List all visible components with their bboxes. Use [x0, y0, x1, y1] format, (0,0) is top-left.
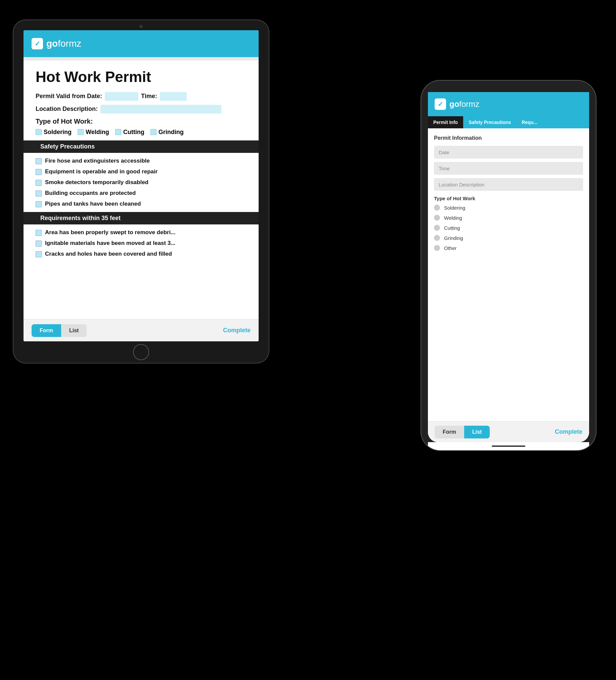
hot-work-welding[interactable]: Welding — [78, 129, 109, 136]
location-input[interactable] — [100, 105, 221, 114]
checkbox-occupants[interactable] — [36, 191, 42, 197]
checkbox-soldering[interactable] — [36, 129, 42, 135]
phone-list-button[interactable]: List — [464, 426, 490, 438]
checkbox-ignitable[interactable] — [36, 240, 42, 247]
phone-radio-other[interactable]: Other — [434, 245, 583, 251]
phone-soldering-label: Soldering — [444, 205, 465, 211]
checkbox-swept[interactable] — [36, 230, 42, 236]
phone-home-indicator — [492, 446, 525, 447]
hot-work-cutting[interactable]: Cutting — [115, 129, 144, 136]
checklist-item-2: Equipment is operable and in good repair — [36, 168, 246, 175]
phone-home-bar — [428, 442, 589, 450]
tablet-home-button-area — [133, 341, 149, 363]
phone-hot-work-label: Type of Hot Work — [434, 196, 583, 201]
checklist-item-3: Smoke detectors temporarily disabled — [36, 179, 246, 186]
phone-footer: Form List Complete — [428, 421, 589, 442]
phone-time-field[interactable]: Time — [434, 162, 583, 175]
soldering-label: Soldering — [44, 129, 71, 136]
phone-view-toggle: Form List — [435, 426, 490, 438]
checkbox-equipment[interactable] — [36, 169, 42, 175]
complete-button[interactable]: Complete — [223, 327, 251, 334]
checkbox-welding[interactable] — [78, 129, 84, 135]
phone-logo-check-icon: ✓ — [438, 101, 443, 108]
tablet-logo: goformz — [46, 38, 81, 49]
phone-logo: goformz — [449, 100, 479, 109]
checkbox-pipes[interactable] — [36, 201, 42, 207]
date-label: Date: — [87, 93, 102, 100]
checkbox-smoke[interactable] — [36, 180, 42, 186]
checkbox-grinding[interactable] — [150, 129, 156, 135]
checklist-label-6: Area has been properly swept to remove d… — [45, 229, 175, 236]
page-title: Hot Work Permit — [36, 68, 246, 85]
checklist-label-5: Pipes and tanks have been cleaned — [45, 201, 141, 207]
tablet-header: ✓ goformz — [24, 30, 259, 57]
radio-soldering[interactable] — [434, 205, 440, 211]
phone-radio-welding[interactable]: Welding — [434, 215, 583, 221]
phone-device: ✓ goformz Permit Info Safety Precautions… — [421, 81, 596, 450]
phone-notch — [482, 81, 535, 92]
hot-work-grinding[interactable]: Grinding — [150, 129, 184, 136]
checkbox-fire-hose[interactable] — [36, 158, 42, 164]
list-button[interactable]: List — [61, 324, 87, 337]
checklist-label-3: Smoke detectors temporarily disabled — [45, 179, 148, 186]
phone-radio-cutting[interactable]: Cutting — [434, 225, 583, 231]
time-input[interactable] — [160, 92, 187, 101]
tablet-footer: Form List Complete — [24, 319, 259, 341]
radio-other[interactable] — [434, 245, 440, 251]
checklist-item-4: Building occupants are protected — [36, 190, 246, 197]
time-label: Time: — [141, 93, 157, 100]
hot-work-soldering[interactable]: Soldering — [36, 129, 71, 136]
phone-header: ✓ goformz — [428, 92, 589, 116]
date-input[interactable] — [105, 92, 138, 101]
requirements-header: Requirements within 35 feet — [24, 212, 259, 224]
tab-safety-precautions[interactable]: Safety Precautions — [463, 116, 516, 128]
checklist-label-1: Fire hose and extinguisters accessible — [45, 158, 150, 164]
phone-radio-soldering[interactable]: Soldering — [434, 205, 583, 211]
checklist-label-8: Cracks and holes have been covered and f… — [45, 251, 172, 257]
phone-logo-box: ✓ — [435, 98, 446, 110]
phone-screen: ✓ goformz Permit Info Safety Precautions… — [428, 92, 589, 442]
radio-welding[interactable] — [434, 215, 440, 221]
tablet-device: ✓ goformz Hot Work Permit Permit Valid f… — [13, 20, 269, 363]
permit-valid-row: Permit Valid from Date: Time: — [36, 92, 246, 101]
checkbox-cutting[interactable] — [115, 129, 121, 135]
hot-work-options: Soldering Welding Cutting Grinding — [36, 129, 246, 136]
tablet-body: Hot Work Permit Permit Valid from Date: … — [24, 60, 259, 319]
form-button[interactable]: Form — [32, 324, 61, 337]
tab-permit-info[interactable]: Permit Info — [428, 116, 463, 128]
checklist-item-8: Cracks and holes have been covered and f… — [36, 251, 246, 257]
phone-location-field[interactable]: Location Description — [434, 178, 583, 191]
tablet-view-toggle: Form List — [32, 324, 87, 337]
phone-other-label: Other — [444, 245, 457, 251]
grinding-label: Grinding — [158, 129, 184, 136]
phone-radio-grinding[interactable]: Grinding — [434, 235, 583, 241]
welding-label: Welding — [86, 129, 109, 136]
safety-precautions-header: Safety Precautions — [24, 140, 259, 153]
hot-work-label: Type of Hot Work: — [36, 118, 246, 125]
phone-date-field[interactable]: Date — [434, 146, 583, 159]
phone-body: Permit Information Date Time Location De… — [428, 128, 589, 421]
logo-box: ✓ — [32, 38, 43, 49]
tab-requirements[interactable]: Requ... — [516, 116, 543, 128]
radio-cutting[interactable] — [434, 225, 440, 231]
location-label: Location Description: — [36, 106, 98, 113]
tablet-subheader — [24, 57, 259, 60]
phone-complete-button[interactable]: Complete — [555, 428, 582, 435]
checklist-label-4: Building occupants are protected — [45, 190, 136, 197]
checklist-label-7: Ignitable materials have been moved at l… — [45, 240, 175, 247]
cutting-label: Cutting — [123, 129, 144, 136]
radio-grinding[interactable] — [434, 235, 440, 241]
phone-welding-label: Welding — [444, 215, 462, 221]
tablet-screen: ✓ goformz Hot Work Permit Permit Valid f… — [24, 30, 259, 341]
checklist-item-7: Ignitable materials have been moved at l… — [36, 240, 246, 247]
checklist-item-5: Pipes and tanks have been cleaned — [36, 201, 246, 207]
phone-cutting-label: Cutting — [444, 225, 460, 231]
phone-grinding-label: Grinding — [444, 235, 463, 241]
checkbox-cracks[interactable] — [36, 251, 42, 257]
checklist-item-1: Fire hose and extinguisters accessible — [36, 158, 246, 164]
tablet-home-button[interactable] — [133, 344, 149, 360]
location-row: Location Description: — [36, 105, 246, 114]
phone-time-label: Time — [439, 166, 450, 171]
phone-form-button[interactable]: Form — [435, 426, 464, 438]
phone-section-title: Permit Information — [434, 135, 583, 141]
